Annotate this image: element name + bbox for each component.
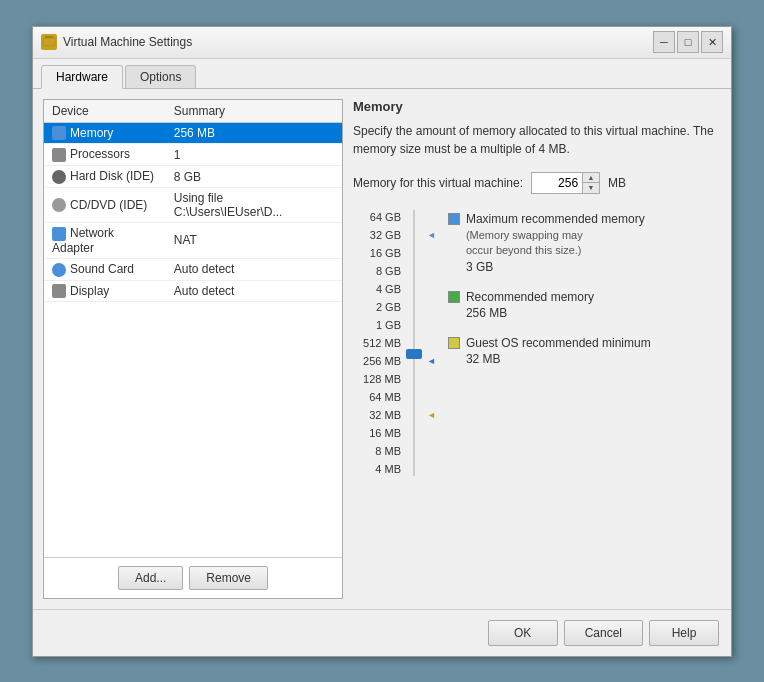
legend-max-color [448,213,460,225]
memory-title: Memory [353,99,721,114]
slider-label: 128 MB [353,370,405,388]
close-button[interactable]: ✕ [701,31,723,53]
device-summary: 8 GB [166,166,342,188]
slider-arrow [427,280,436,298]
slider-label: 64 MB [353,388,405,406]
slider-arrow [427,208,436,226]
title-bar-left: Virtual Machine Settings [41,34,192,50]
right-panel: Memory Specify the amount of memory allo… [353,99,721,599]
legend-guest-value: 32 MB [466,352,721,366]
device-summary: NAT [166,222,342,258]
col-header-summary: Summary [166,100,342,123]
legend-guest-min: Guest OS recommended minimum 32 MB [448,336,721,366]
slider-label: 8 MB [353,442,405,460]
slider-label: 32 GB [353,226,405,244]
slider-arrow: ◄ [427,352,436,370]
slider-arrow [427,262,436,280]
slider-label: 4 MB [353,460,405,478]
table-row[interactable]: Memory256 MB [44,122,342,144]
window-title: Virtual Machine Settings [63,35,192,49]
svg-rect-1 [45,36,53,38]
bottom-buttons: OK Cancel Help [33,609,731,656]
table-row[interactable]: Hard Disk (IDE)8 GB [44,166,342,188]
device-summary: Auto detect [166,258,342,280]
slider-arrow: ◄ [427,226,436,244]
device-name: Hard Disk (IDE) [44,166,166,188]
maximize-button[interactable]: □ [677,31,699,53]
slider-arrow [427,316,436,334]
legend-rec-color [448,291,460,303]
legend-max-value: 3 GB [466,260,721,274]
legend-rec-value: 256 MB [466,306,721,320]
add-button[interactable]: Add... [118,566,183,590]
slider-arrow [427,334,436,352]
table-row[interactable]: Processors1 [44,144,342,166]
device-name: Sound Card [44,258,166,280]
slider-label: 2 GB [353,298,405,316]
legend-guest-label: Guest OS recommended minimum [466,336,651,350]
device-summary: 1 [166,144,342,166]
spinner-up[interactable]: ▲ [583,173,599,183]
help-button[interactable]: Help [649,620,719,646]
tabs-container: Hardware Options [33,59,731,89]
main-window: Virtual Machine Settings ─ □ ✕ Hardware … [32,26,732,657]
table-row[interactable]: Network AdapterNAT [44,222,342,258]
memory-slider-area: 64 GB32 GB16 GB8 GB4 GB2 GB1 GB512 MB256… [353,208,721,478]
slider-arrow [427,388,436,406]
device-name: Processors [44,144,166,166]
slider-label: 4 GB [353,280,405,298]
slider-handle[interactable] [406,349,422,359]
tab-hardware[interactable]: Hardware [41,65,123,89]
legend-guest-header: Guest OS recommended minimum [448,336,721,350]
remove-button[interactable]: Remove [189,566,268,590]
table-row[interactable]: DisplayAuto detect [44,280,342,302]
memory-input-row: Memory for this virtual machine: 256 ▲ ▼… [353,172,721,194]
legend-rec-header: Recommended memory [448,290,721,304]
slider-combined: 64 GB32 GB16 GB8 GB4 GB2 GB1 GB512 MB256… [353,208,436,478]
device-name: CD/DVD (IDE) [44,187,166,222]
main-content: Device Summary Memory256 MBProcessors1Ha… [33,89,731,609]
slider-label: 16 MB [353,424,405,442]
slider-label: 32 MB [353,406,405,424]
minimize-button[interactable]: ─ [653,31,675,53]
ok-button[interactable]: OK [488,620,558,646]
slider-arrows: ◄◄◄ [423,208,436,478]
title-controls: ─ □ ✕ [653,31,723,53]
col-header-device: Device [44,100,166,123]
slider-label: 8 GB [353,262,405,280]
slider-labels: 64 GB32 GB16 GB8 GB4 GB2 GB1 GB512 MB256… [353,208,405,478]
legend-rec-label: Recommended memory [466,290,594,304]
legend-max-header: Maximum recommended memory [448,212,721,226]
legend-guest-color [448,337,460,349]
device-summary: Auto detect [166,280,342,302]
slider-arrow [427,460,436,478]
title-bar: Virtual Machine Settings ─ □ ✕ [33,27,731,59]
cancel-button[interactable]: Cancel [564,620,643,646]
legend-area: Maximum recommended memory (Memory swapp… [448,208,721,478]
memory-input-label: Memory for this virtual machine: [353,176,523,190]
slider-arrow [427,424,436,442]
left-panel-buttons: Add... Remove [44,557,342,598]
device-summary: Using file C:\Users\IEUser\D... [166,187,342,222]
mb-label: MB [608,176,626,190]
device-name: Memory [44,122,166,144]
slider-arrow [427,370,436,388]
tab-options[interactable]: Options [125,65,196,88]
device-name: Display [44,280,166,302]
legend-max-sub: (Memory swapping mayoccur beyond this si… [466,228,721,259]
memory-input[interactable]: 256 [532,173,582,193]
slider-arrow [427,298,436,316]
legend-max-memory: Maximum recommended memory (Memory swapp… [448,212,721,275]
device-summary: 256 MB [166,122,342,144]
table-row[interactable]: Sound CardAuto detect [44,258,342,280]
slider-arrow [427,244,436,262]
left-panel: Device Summary Memory256 MBProcessors1Ha… [43,99,343,599]
slider-arrow [427,442,436,460]
legend-recommended: Recommended memory 256 MB [448,290,721,320]
device-table: Device Summary Memory256 MBProcessors1Ha… [44,100,342,557]
slider-label: 1 GB [353,316,405,334]
memory-input-wrapper: 256 ▲ ▼ [531,172,600,194]
slider-arrow: ◄ [427,406,436,424]
table-row[interactable]: CD/DVD (IDE)Using file C:\Users\IEUser\D… [44,187,342,222]
spinner-down[interactable]: ▼ [583,183,599,193]
